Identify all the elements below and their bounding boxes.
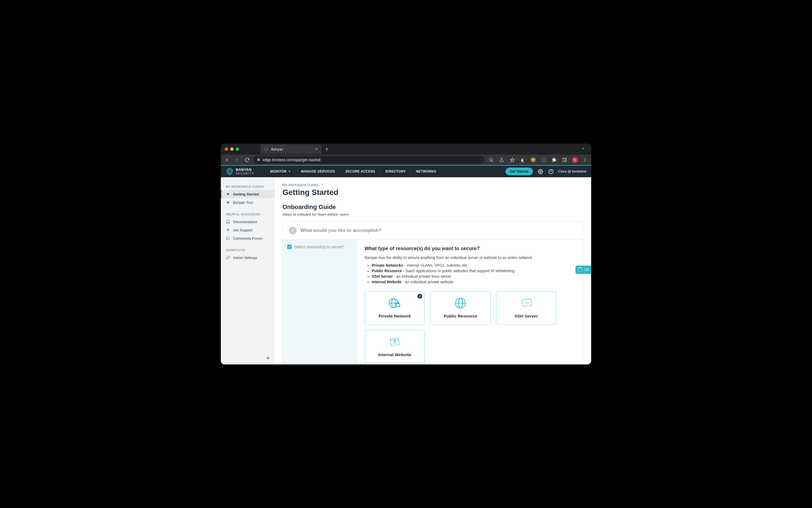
- star-icon[interactable]: [509, 157, 515, 163]
- favicon-icon: [264, 147, 268, 151]
- extension-icon-3[interactable]: [540, 157, 547, 163]
- svg-point-9: [585, 161, 586, 162]
- extensions-icon[interactable]: [551, 157, 557, 163]
- browser-tab[interactable]: Banyan ✕: [261, 144, 321, 154]
- card-ssh-server[interactable]: >SSH SSH Server: [496, 291, 556, 325]
- share-icon[interactable]: [498, 157, 505, 163]
- gear-icon[interactable]: [537, 168, 543, 174]
- tab-title: Banyan: [271, 147, 283, 151]
- sidebar-item-admin[interactable]: Admin Settings: [221, 253, 275, 262]
- back-button[interactable]: [224, 157, 230, 163]
- question-heading: What type of resource(s) do you want to …: [364, 246, 576, 252]
- side-panel-icon[interactable]: [561, 157, 568, 163]
- nav-directory[interactable]: DIRECTORY: [380, 166, 411, 177]
- extension-icon-2[interactable]: 🍪: [530, 157, 536, 163]
- nav-secure-access[interactable]: SECURE ACCESS: [340, 166, 380, 177]
- maximize-window-button[interactable]: [236, 147, 239, 151]
- sidebar-section-workspace: MY WORKSPACE GUIDES: [221, 183, 275, 190]
- kebab-menu-icon[interactable]: [582, 157, 588, 163]
- window-controls: [225, 147, 239, 151]
- profile-avatar[interactable]: C: [572, 157, 578, 163]
- svg-point-10: [540, 171, 541, 172]
- help-icon[interactable]: [548, 168, 554, 174]
- browser-lock-icon: [388, 336, 401, 349]
- main-content: My Workspace Guides Getting Started Onbo…: [275, 177, 591, 365]
- step-content: What type of resource(s) do you want to …: [357, 240, 583, 365]
- progress-ring-icon: [578, 267, 583, 272]
- lock-icon: [257, 158, 260, 162]
- checkbox-checked-icon: [287, 245, 292, 249]
- minimize-window-button[interactable]: [230, 147, 234, 151]
- globe-lock-icon: [389, 297, 401, 310]
- nav-manage-services[interactable]: MANAGE SERVICES: [296, 166, 340, 177]
- step-accomplished[interactable]: What would you like to accomplish?: [283, 222, 583, 240]
- sidebar-item-forum[interactable]: Community Forum: [221, 234, 275, 242]
- megaphone-icon: [226, 192, 230, 196]
- user-label[interactable]: Clara @ bentotest: [558, 170, 586, 173]
- breadcrumb[interactable]: My Workspace Guides: [282, 183, 583, 187]
- megaphone-icon: [226, 200, 230, 205]
- app-header: BANYAN SECURITY MONITOR▼ MANAGE SERVICES…: [221, 165, 591, 177]
- toolbar: edge.bnntest.com/app/get-started 🐧 🍪 C: [221, 155, 591, 165]
- progress-badge[interactable]: 1/8: [575, 266, 591, 274]
- card-internal-website[interactable]: Internal Website: [364, 330, 425, 363]
- extension-icon-1[interactable]: 🐧: [519, 157, 526, 163]
- check-circle-icon: [289, 227, 297, 235]
- chevron-down-icon[interactable]: [581, 146, 587, 152]
- svg-rect-18: [396, 304, 400, 307]
- brand-name-top: BANYAN: [236, 168, 254, 172]
- nav-networks[interactable]: NETWORKS: [411, 166, 441, 177]
- sidebar: MY WORKSPACE GUIDES Getting Started Bany…: [221, 177, 275, 365]
- close-tab-icon[interactable]: ✕: [315, 147, 318, 151]
- card-private-network[interactable]: Private Network: [364, 291, 425, 325]
- headset-icon: [226, 228, 230, 232]
- question-desc: Banyan has the ability to secure anythin…: [364, 255, 576, 260]
- onboarding-panel: What would you like to accomplish? Selec…: [282, 221, 583, 365]
- brand-logo[interactable]: BANYAN SECURITY: [226, 168, 254, 175]
- forward-button[interactable]: [234, 157, 240, 163]
- resource-cards: Private Network Public Resource >SSH SSH…: [364, 291, 576, 363]
- new-tab-button[interactable]: +: [325, 146, 328, 152]
- nav-monitor[interactable]: MONITOR▼: [265, 166, 296, 177]
- brand-name-bottom: SECURITY: [236, 172, 254, 175]
- svg-point-8: [585, 160, 586, 160]
- sidebar-item-tour[interactable]: Banyan Tour: [221, 198, 275, 207]
- book-icon: [226, 219, 230, 224]
- chat-icon: [226, 236, 230, 241]
- address-bar[interactable]: edge.bnntest.com/app/get-started: [254, 156, 485, 164]
- close-window-button[interactable]: [225, 147, 228, 151]
- sidebar-item-docs[interactable]: Documentation: [221, 218, 275, 226]
- step-select-resources[interactable]: Select resource(s) to secure*: [287, 245, 353, 249]
- svg-marker-3: [510, 158, 514, 162]
- search-icon[interactable]: [488, 157, 495, 163]
- tab-strip: Banyan ✕ +: [261, 144, 328, 154]
- list-item: Internal Website - an individual private…: [372, 280, 576, 284]
- step-list: Select resource(s) to secure*: [283, 240, 357, 365]
- list-item: Private Networks - internal VLANs, VPCs,…: [372, 263, 576, 267]
- header-actions: Get Started Clara @ bentotest: [505, 168, 586, 175]
- svg-line-1: [492, 161, 493, 162]
- page-title: Getting Started: [282, 188, 583, 197]
- sidebar-section-shortcuts: SHORTCUTS: [221, 247, 275, 253]
- reload-button[interactable]: [243, 157, 250, 163]
- svg-point-7: [585, 158, 586, 159]
- app-body: MY WORKSPACE GUIDES Getting Started Bany…: [221, 177, 591, 365]
- sidebar-item-support[interactable]: Get Support: [221, 226, 275, 234]
- get-started-button[interactable]: Get Started: [505, 168, 533, 175]
- panel-body: Select resource(s) to secure* What type …: [283, 240, 583, 365]
- toolbar-actions: 🐧 🍪 C: [488, 157, 588, 163]
- caret-down-icon: ▼: [288, 170, 291, 173]
- svg-point-0: [490, 158, 492, 161]
- globe-icon: [454, 297, 467, 310]
- shield-icon: [226, 168, 234, 175]
- card-public-resource[interactable]: Public Resource: [430, 291, 491, 325]
- step-select-resources-label: Select resource(s) to secure*: [294, 245, 344, 249]
- svg-rect-4: [542, 158, 545, 161]
- sidebar-section-resources: HELPFUL RESOURCES: [221, 211, 275, 218]
- chevron-right-icon: [320, 183, 324, 187]
- svg-text:>SSH: >SSH: [524, 302, 530, 304]
- onboarding-heading: Onboarding Guide: [282, 204, 583, 211]
- sidebar-item-getting-started[interactable]: Getting Started: [221, 190, 275, 198]
- collapse-sidebar-button[interactable]: [221, 352, 275, 365]
- link-icon: [226, 255, 230, 260]
